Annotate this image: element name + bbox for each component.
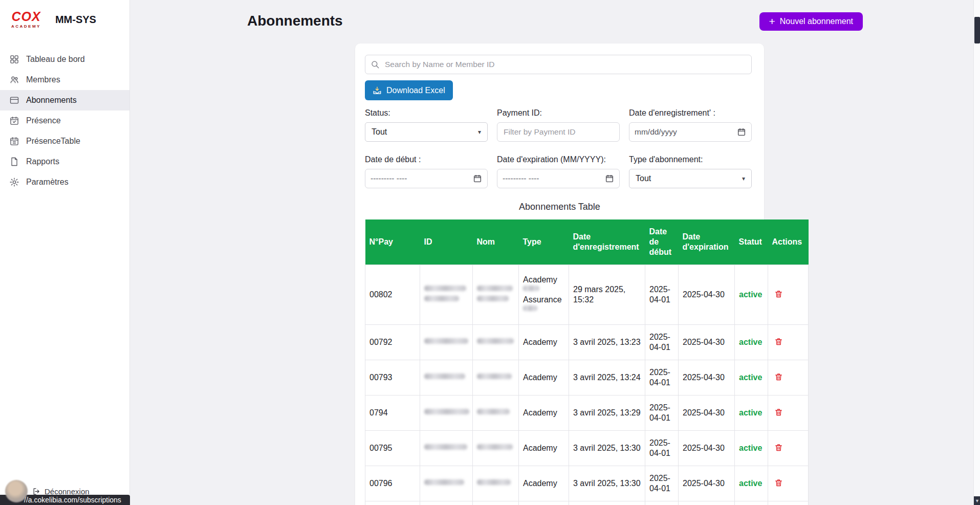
status-filter-select[interactable]: Tout ▾	[365, 122, 488, 142]
payment-id-filter: Payment ID:	[497, 108, 620, 142]
date-debut-filter: Date de début : --------- ----	[365, 155, 488, 188]
date-expiration-input[interactable]: --------- ----	[497, 169, 620, 188]
subscriptions-icon	[9, 95, 19, 105]
cell-date-debut: 2025-04-01	[645, 466, 679, 501]
type-abonnement-value: Tout	[636, 174, 651, 183]
search-bar	[365, 55, 752, 74]
logout-label: Déconnexion	[45, 487, 90, 496]
cell-nom-redacted	[473, 430, 519, 466]
cell-npay: 00795	[365, 430, 420, 466]
date-enregistrement-input[interactable]: mm/dd/yyyy	[629, 122, 752, 142]
calendar-icon	[605, 174, 614, 183]
search-icon	[371, 60, 380, 69]
payment-id-input[interactable]	[497, 122, 620, 142]
date-enregistrement-filter-label: Date d'enregistrement' :	[629, 108, 752, 118]
table-row: 00795 Academy 3 avril 2025, 13:30 2025-0…	[365, 430, 809, 466]
cell-date-debut	[645, 501, 679, 505]
type-abonnement-filter-label: Type d'abonnement:	[629, 155, 752, 164]
sidebar-item-rapports[interactable]: Rapports	[0, 151, 129, 172]
col-header-date-debut: Date de début	[645, 219, 679, 265]
cell-date-expiration: 2025-04-30	[679, 395, 735, 430]
cell-date-enregistrement: 3 avril 2025, 13:23	[569, 324, 645, 360]
chevron-down-icon: ▾	[742, 175, 745, 182]
new-subscription-button[interactable]: + Nouvel abonnement	[759, 12, 863, 31]
sidebar-item-parametres[interactable]: Paramètres	[0, 172, 129, 192]
table-row: 00802 Academy	[365, 265, 809, 324]
trash-icon	[774, 289, 783, 299]
download-icon	[373, 86, 382, 95]
cell-nom-redacted	[473, 360, 519, 395]
col-header-statut: Statut	[735, 219, 768, 265]
table-caption: Abonnements Table	[365, 202, 754, 212]
cell-statut: active	[735, 360, 768, 395]
cell-npay: 00793	[365, 360, 420, 395]
type-abonnement-filter: Type d'abonnement: Tout ▾	[629, 155, 752, 188]
col-header-npay: N°Pay	[365, 219, 420, 265]
download-excel-button[interactable]: Download Excel	[365, 80, 453, 100]
sidebar-item-label: Rapports	[26, 157, 59, 166]
filters: Status: Tout ▾ Payment ID: Date d'enregi…	[365, 108, 754, 188]
scrollbar-down-arrow[interactable]: ▼	[974, 496, 980, 505]
cell-type: Academy	[519, 430, 569, 466]
sidebar-item-membres[interactable]: Membres	[0, 70, 129, 90]
delete-button[interactable]	[772, 371, 783, 383]
settings-icon	[9, 177, 19, 187]
cell-actions	[768, 265, 809, 324]
sidebar-item-presence-table[interactable]: PrésenceTable	[0, 131, 129, 151]
date-expiration-filter-label: Date d'expiration (MM/YYYY):	[497, 155, 620, 164]
cell-npay: 00792	[365, 324, 420, 360]
vertical-scrollbar[interactable]: ▼	[973, 0, 980, 505]
date-debut-input[interactable]: --------- ----	[365, 169, 488, 188]
delete-button[interactable]	[772, 442, 783, 454]
search-input[interactable]	[365, 55, 752, 74]
cell-date-debut: 2025-04-01	[645, 265, 679, 324]
sidebar-nav: Tableau de bord Membres Abonnements Prés…	[0, 49, 129, 192]
trash-icon	[774, 372, 783, 382]
trash-icon	[774, 337, 783, 346]
table-row: 00796 Academy 3 avril 2025, 13:30 2025-0…	[365, 466, 809, 501]
cell-date-debut: 2025-04-01	[645, 395, 679, 430]
sidebar-item-presence[interactable]: Présence	[0, 111, 129, 131]
delete-button[interactable]	[772, 406, 783, 419]
scrollbar-thumb[interactable]	[974, 17, 980, 43]
date-debut-filter-label: Date de début :	[365, 155, 488, 164]
cell-date-enregistrement: 29 mars 2025, 15:32	[569, 265, 645, 324]
subscriptions-table: N°Pay ID Nom Type Date d'enregistrement …	[365, 219, 809, 505]
col-header-nom: Nom	[473, 219, 519, 265]
new-subscription-label: Nouvel abonnement	[780, 17, 853, 26]
cell-date-debut: 2025-04-01	[645, 430, 679, 466]
cell-type	[519, 501, 569, 505]
cell-actions	[768, 324, 809, 360]
date-enregistrement-placeholder: mm/dd/yyyy	[635, 127, 677, 137]
brand-row: COX ACADEMY MM-SYS	[0, 0, 129, 49]
cell-actions	[768, 501, 809, 505]
sidebar-item-tableau-de-bord[interactable]: Tableau de bord	[0, 49, 129, 70]
sidebar-item-label: Tableau de bord	[26, 55, 85, 64]
logout-button[interactable]: Déconnexion	[32, 487, 90, 496]
sidebar-item-label: Abonnements	[26, 96, 77, 105]
app-root: COX ACADEMY MM-SYS Tableau de bord Membr…	[0, 0, 980, 505]
calendar-icon	[473, 174, 482, 183]
sidebar-item-label: Présence	[26, 116, 61, 125]
delete-button[interactable]	[772, 336, 783, 348]
chevron-down-icon: ▾	[478, 128, 481, 136]
delete-button[interactable]	[772, 288, 783, 300]
status-url-text: //a.cokelibia.com/subscriptions	[24, 496, 121, 504]
cell-statut: active	[735, 265, 768, 324]
cell-npay: 00802	[365, 265, 420, 324]
calendar-icon	[737, 127, 746, 137]
cell-statut: active	[735, 430, 768, 466]
type-abonnement-select[interactable]: Tout ▾	[629, 169, 752, 188]
cell-id-redacted	[420, 324, 473, 360]
cell-date-expiration: 2025-04-30	[679, 430, 735, 466]
date-expiration-placeholder: --------- ----	[503, 174, 539, 183]
cell-id-redacted	[420, 395, 473, 430]
cell-date-expiration: 2025-04-30	[679, 466, 735, 501]
delete-button[interactable]	[772, 477, 783, 489]
avatar	[5, 480, 28, 502]
date-debut-placeholder: --------- ----	[371, 174, 407, 183]
members-icon	[9, 75, 19, 85]
cell-date-debut: 2025-04-01	[645, 360, 679, 395]
sidebar-item-abonnements[interactable]: Abonnements	[0, 90, 129, 111]
main-header: Abonnements + Nouvel abonnement	[130, 0, 980, 31]
